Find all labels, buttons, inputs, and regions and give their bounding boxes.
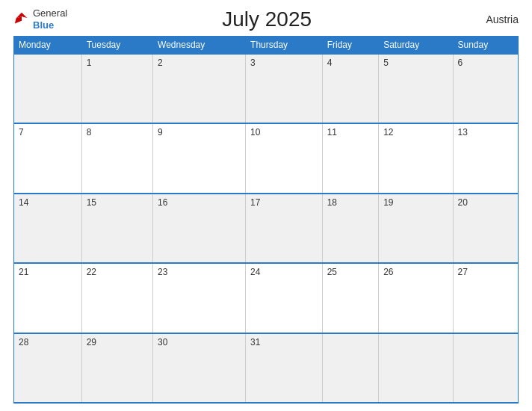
day-number: 27 [458,267,468,277]
calendar-day-cell: 26 [379,263,453,333]
day-number: 12 [383,127,393,137]
svg-marker-2 [15,16,22,23]
calendar-day-cell: 8 [81,123,152,193]
calendar-day-cell: 20 [453,194,519,263]
calendar-day-cell: 5 [379,54,453,123]
day-number: 26 [383,267,393,277]
logo-general: General [33,7,67,19]
calendar-day-cell: 27 [453,263,519,333]
calendar-week-row: 78910111213 [14,123,519,193]
calendar-day-cell: 25 [322,263,378,333]
calendar-day-cell: 12 [379,123,453,193]
calendar-day-cell: 22 [81,263,152,333]
calendar-day-cell: 23 [153,263,246,333]
day-header-friday: Friday [322,37,378,55]
day-number: 13 [458,127,468,137]
calendar-day-cell: 29 [81,333,152,403]
calendar-day-cell: 18 [322,194,378,263]
day-number: 5 [383,58,389,68]
calendar-day-cell: 3 [246,54,323,123]
day-header-monday: Monday [14,37,82,55]
calendar-day-cell: 11 [322,123,378,193]
calendar-header: General Blue July 2025 Austria [13,7,519,31]
day-number: 19 [383,197,393,208]
day-number: 17 [250,197,260,208]
day-number: 1 [87,58,92,68]
day-header-sunday: Sunday [453,37,519,55]
calendar-day-cell: 31 [246,333,323,403]
calendar-day-cell [14,54,82,123]
day-number: 20 [458,197,468,208]
day-number: 14 [19,197,28,208]
calendar-week-row: 21222324252627 [14,263,519,333]
calendar-day-cell: 9 [153,123,246,193]
calendar-day-cell: 2 [153,54,246,123]
day-number: 16 [158,197,167,208]
calendar-day-cell [453,333,519,403]
calendar-day-cell: 13 [453,123,519,193]
calendar-day-cell: 21 [14,263,82,333]
calendar-day-cell: 19 [379,194,453,263]
calendar-table: MondayTuesdayWednesdayThursdayFridaySatu… [13,36,519,404]
calendar-day-cell: 7 [14,123,82,193]
day-number: 7 [19,127,24,137]
day-number: 21 [19,267,28,277]
day-number: 31 [250,337,260,347]
day-number: 23 [158,267,167,277]
day-number: 3 [250,58,256,68]
day-number: 9 [158,127,163,137]
day-number: 8 [87,127,92,137]
calendar-day-cell: 6 [453,54,519,123]
calendar-day-cell: 4 [322,54,378,123]
day-number: 24 [250,267,260,277]
day-number: 25 [327,267,337,277]
calendar-week-row: 123456 [14,54,519,123]
day-header-saturday: Saturday [379,37,453,55]
day-number: 10 [250,127,260,137]
day-number: 28 [19,337,28,347]
day-number: 2 [158,58,163,68]
day-header-tuesday: Tuesday [81,37,152,55]
day-number: 4 [327,58,332,68]
logo: General Blue [13,7,67,31]
day-number: 29 [87,337,96,347]
day-header-wednesday: Wednesday [153,37,246,55]
calendar-day-cell: 17 [246,194,323,263]
calendar-day-cell: 10 [246,123,323,193]
day-number: 15 [87,197,96,208]
calendar-header-row: MondayTuesdayWednesdayThursdayFridaySatu… [14,37,519,55]
calendar-day-cell: 24 [246,263,323,333]
day-header-thursday: Thursday [246,37,323,55]
calendar-day-cell: 14 [14,194,82,263]
logo-flag-icon [13,11,30,28]
logo-text: General Blue [33,7,67,31]
day-number: 22 [87,267,96,277]
day-number: 18 [327,197,337,208]
calendar-day-cell [379,333,453,403]
day-number: 30 [158,337,167,347]
calendar-week-row: 14151617181920 [14,194,519,263]
day-number: 11 [327,127,337,137]
calendar-day-cell: 15 [81,194,152,263]
logo-blue: Blue [33,19,67,31]
svg-marker-1 [22,16,28,23]
day-number: 6 [458,58,463,68]
calendar-day-cell [322,333,378,403]
calendar-title: July 2025 [67,7,466,31]
calendar-day-cell: 28 [14,333,82,403]
country-label: Austria [466,13,519,25]
calendar-day-cell: 30 [153,333,246,403]
calendar-day-cell: 16 [153,194,246,263]
calendar-day-cell: 1 [81,54,152,123]
calendar-week-row: 28293031 [14,333,519,403]
